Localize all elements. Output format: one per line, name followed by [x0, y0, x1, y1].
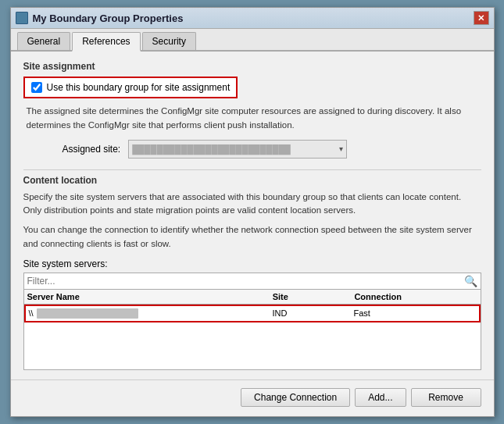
site-dropdown-value: ██████████████████████████ [132, 144, 291, 154]
search-icon: 🔍 [464, 275, 477, 287]
assigned-site-label: Assigned site: [63, 144, 121, 155]
buttons-row: Change Connection Add... Remove [11, 379, 494, 416]
header-connection: Connection [354, 292, 477, 301]
remove-button[interactable]: Remove [411, 388, 481, 407]
tab-content: Site assignment Use this boundary group … [11, 52, 494, 379]
title-controls: ✕ [474, 11, 489, 25]
tab-references[interactable]: References [72, 32, 140, 52]
assigned-site-row: Assigned site: █████████████████████████… [23, 140, 481, 159]
server-name-prefix: \\ [29, 308, 34, 318]
window-icon [16, 12, 28, 24]
assigned-site-dropdown[interactable]: ██████████████████████████ ▾ [128, 140, 347, 159]
site-assignment-checkbox-row: Use this boundary group for site assignm… [23, 77, 238, 98]
tabs-container: General References Security [11, 29, 494, 52]
site-cell: IND [273, 308, 354, 318]
server-table: Server Name Site Connection \\ IND Fast [23, 290, 481, 370]
site-assignment-checkbox-label: Use this boundary group for site assignm… [47, 82, 231, 93]
site-assignment-checkbox[interactable] [31, 82, 42, 93]
content-location-description: Specify the site system servers that are… [23, 191, 481, 218]
table-row[interactable]: \\ IND Fast [24, 305, 481, 322]
filter-input[interactable] [27, 276, 464, 287]
title-bar: My Boundary Group Properties ✕ [11, 8, 494, 29]
tab-security[interactable]: Security [142, 32, 196, 50]
table-header: Server Name Site Connection [24, 290, 481, 305]
connection-description: You can change the connection to identif… [23, 223, 481, 251]
chevron-down-icon: ▾ [339, 144, 343, 153]
filter-box: 🔍 [23, 273, 481, 290]
site-system-servers-label: Site system servers: [23, 258, 481, 269]
content-location-title: Content location [23, 175, 481, 186]
window-title: My Boundary Group Properties [33, 12, 184, 24]
title-bar-left: My Boundary Group Properties [16, 12, 184, 24]
connection-cell: Fast [354, 308, 476, 318]
add-button[interactable]: Add... [355, 388, 406, 407]
section-divider [23, 169, 481, 170]
header-server-name: Server Name [27, 292, 273, 301]
site-assignment-section-title: Site assignment [23, 61, 481, 72]
table-empty-area [24, 322, 481, 369]
server-name-cell: \\ [29, 308, 273, 319]
header-site: Site [273, 292, 355, 301]
window: My Boundary Group Properties ✕ General R… [10, 7, 495, 417]
close-button[interactable]: ✕ [474, 11, 489, 25]
tab-general[interactable]: General [17, 32, 71, 50]
site-assignment-description: The assigned site determines the ConfigM… [23, 105, 481, 132]
server-name-masked [37, 308, 138, 319]
change-connection-button[interactable]: Change Connection [241, 388, 350, 407]
